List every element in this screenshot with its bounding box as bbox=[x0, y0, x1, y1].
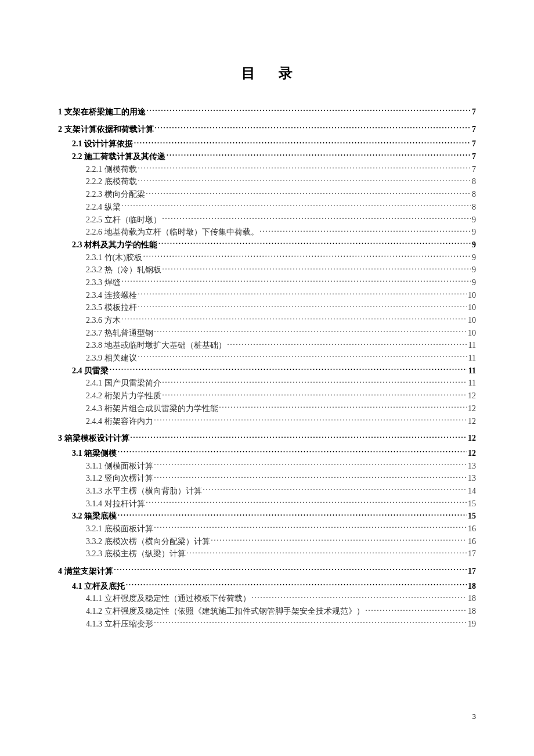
toc-leader-dots bbox=[154, 618, 467, 627]
toc-entry-page: 10 bbox=[468, 301, 476, 314]
toc-entry-page: 16 bbox=[468, 535, 476, 548]
toc-entry-page: 18 bbox=[468, 592, 476, 605]
toc-entry: 2.2.5 立杆（临时墩）9 bbox=[58, 214, 476, 226]
toc-leader-dots bbox=[163, 377, 467, 386]
toc-leader-dots bbox=[126, 581, 467, 589]
toc-entry-page: 10 bbox=[468, 289, 476, 302]
toc-leader-dots bbox=[143, 252, 471, 260]
toc-leader-dots bbox=[131, 433, 467, 441]
toc-entry: 4.1.1 立杆强度及稳定性（通过模板下传荷载）18 bbox=[58, 592, 476, 605]
toc-entry-page: 18 bbox=[468, 580, 476, 593]
toc-entry-page: 9 bbox=[472, 251, 476, 264]
toc-entry-page: 12 bbox=[468, 390, 476, 402]
toc-entry-page: 14 bbox=[468, 485, 476, 498]
toc-leader-dots bbox=[163, 390, 467, 398]
toc-leader-dots bbox=[122, 315, 467, 323]
toc-leader-dots bbox=[154, 523, 467, 531]
toc-entry-page: 9 bbox=[472, 226, 476, 239]
toc-entry-label: 4.1 立杆及底托 bbox=[72, 580, 125, 593]
toc-entry: 3.2 箱梁底模15 bbox=[58, 510, 476, 523]
toc-entry-page: 15 bbox=[468, 498, 476, 510]
toc-entry-label: 2.4 贝雷梁 bbox=[72, 365, 109, 377]
toc-leader-dots bbox=[219, 403, 467, 411]
toc-entry: 2 支架计算依据和荷载计算7 bbox=[58, 123, 476, 136]
toc-leader-dots bbox=[366, 606, 467, 614]
toc-entry: 2.3.9 相关建议11 bbox=[58, 352, 476, 365]
toc-entry-page: 17 bbox=[468, 548, 476, 560]
toc-entry-page: 17 bbox=[468, 565, 476, 578]
toc-entry: 2.3.7 热轧普通型钢10 bbox=[58, 327, 476, 340]
toc-leader-dots bbox=[114, 566, 467, 574]
toc-entry-label: 2.2.2 底模荷载 bbox=[86, 175, 137, 188]
toc-entry-page: 12 bbox=[468, 447, 476, 460]
toc-leader-dots bbox=[110, 365, 467, 373]
toc-entry-label: 3.2 箱梁底模 bbox=[72, 510, 117, 523]
toc-entry-page: 13 bbox=[468, 460, 476, 473]
toc-leader-dots bbox=[228, 340, 467, 348]
toc-entry: 3.1 箱梁侧模12 bbox=[58, 447, 476, 460]
toc-entry-page: 8 bbox=[472, 201, 476, 214]
toc-leader-dots bbox=[163, 214, 471, 222]
toc-entry: 3 箱梁模板设计计算12 bbox=[58, 432, 476, 445]
toc-leader-dots bbox=[154, 416, 467, 424]
toc-entry-page: 7 bbox=[472, 106, 476, 118]
toc-entry-page: 9 bbox=[472, 276, 476, 289]
toc-entry-page: 13 bbox=[468, 472, 476, 485]
toc-leader-dots bbox=[122, 277, 471, 285]
toc-leader-dots bbox=[138, 176, 471, 184]
toc-title: 目录 bbox=[58, 64, 476, 82]
toc-leader-dots bbox=[154, 473, 467, 481]
toc-entry-label: 3.2.3 底模主楞（纵梁）计算 bbox=[86, 548, 186, 560]
toc-entry-label: 2.3.6 方木 bbox=[86, 314, 121, 327]
toc-entry-page: 12 bbox=[468, 432, 476, 445]
toc-entry-label: 2 支架计算依据和荷载计算 bbox=[58, 123, 154, 136]
toc-leader-dots bbox=[252, 593, 467, 601]
toc-entry-page: 7 bbox=[472, 150, 476, 163]
toc-entry-label: 2.4.1 国产贝雷梁简介 bbox=[86, 377, 161, 390]
toc-leader-dots bbox=[138, 352, 467, 361]
toc-leader-dots bbox=[154, 327, 467, 336]
toc-entry: 2.4 贝雷梁11 bbox=[58, 365, 476, 377]
toc-entry-page: 12 bbox=[468, 415, 476, 428]
toc-entry-page: 11 bbox=[468, 352, 476, 365]
toc-leader-dots bbox=[167, 151, 471, 159]
toc-entry-label: 4 满堂支架计算 bbox=[58, 565, 113, 578]
toc-entry-page: 7 bbox=[472, 163, 476, 176]
toc-entry-page: 7 bbox=[472, 123, 476, 136]
toc-entry: 4 满堂支架计算17 bbox=[58, 565, 476, 578]
toc-entry-label: 2.4.3 桁架片组合成贝雷梁的力学性能 bbox=[86, 402, 218, 415]
toc-entry-page: 11 bbox=[468, 377, 476, 390]
toc-entry-label: 2.3.1 竹(木)胶板 bbox=[86, 251, 142, 264]
toc-entry-page: 16 bbox=[468, 523, 476, 535]
toc-entry-page: 8 bbox=[472, 175, 476, 188]
toc-entry: 3.2.1 底模面板计算16 bbox=[58, 523, 476, 535]
toc-leader-dots bbox=[134, 138, 471, 146]
toc-entry-page: 8 bbox=[472, 188, 476, 201]
toc-entry-label: 2.4.4 桁架容许内力 bbox=[86, 415, 153, 428]
toc-entry-label: 2.2.5 立杆（临时墩） bbox=[86, 214, 161, 226]
toc-leader-dots bbox=[138, 302, 467, 310]
toc-entry-label: 3.1.2 竖向次楞计算 bbox=[86, 472, 153, 485]
toc-leader-dots bbox=[163, 264, 471, 272]
toc-entry-page: 12 bbox=[468, 402, 476, 415]
toc-entry: 3.2.3 底模主楞（纵梁）计算17 bbox=[58, 548, 476, 560]
toc-entry-label: 2.3.7 热轧普通型钢 bbox=[86, 327, 153, 340]
toc-entry: 3.1.1 侧模面板计算13 bbox=[58, 460, 476, 473]
toc-entry-page: 19 bbox=[468, 618, 476, 631]
toc-entry: 2.3.5 模板拉杆10 bbox=[58, 301, 476, 314]
toc-entry-label: 4.1.1 立杆强度及稳定性（通过模板下传荷载） bbox=[86, 592, 251, 605]
toc-leader-dots bbox=[203, 485, 467, 494]
toc-entry-label: 3.1.3 水平主楞（横向背肋）计算 bbox=[86, 485, 202, 498]
toc-entry: 2.3.8 地基或临时墩扩大基础（桩基础）11 bbox=[58, 339, 476, 352]
toc-leader-dots bbox=[155, 124, 471, 132]
toc-leader-dots bbox=[187, 548, 467, 556]
toc-entry-label: 2.2.4 纵梁 bbox=[86, 201, 121, 214]
toc-entry: 2.4.4 桁架容许内力12 bbox=[58, 415, 476, 428]
toc-entry: 3.1.2 竖向次楞计算13 bbox=[58, 472, 476, 485]
toc-entry: 2.2 施工荷载计算及其传递7 bbox=[58, 150, 476, 163]
toc-entry: 4.1 立杆及底托18 bbox=[58, 580, 476, 593]
toc-entry-page: 18 bbox=[468, 605, 476, 618]
toc-entry-label: 2.3.4 连接螺栓 bbox=[86, 289, 137, 302]
toc-entry: 4.1.2 立杆强度及稳定性（依照《建筑施工扣件式钢管脚手架安全技术规范》）18 bbox=[58, 605, 476, 618]
toc-leader-dots bbox=[138, 164, 471, 172]
